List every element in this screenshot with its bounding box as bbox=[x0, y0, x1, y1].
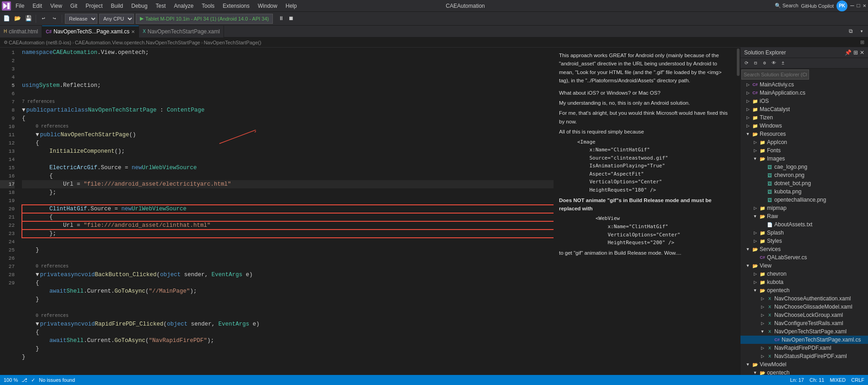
se-close-btn[interactable]: ✕ bbox=[860, 49, 864, 56]
folder-icon: 📁 bbox=[759, 270, 766, 278]
menu-analyze[interactable]: Analyze bbox=[170, 2, 197, 10]
se-tree: ▷ C# MainActiviy.cs ▷ C# MainApplication… bbox=[740, 80, 868, 375]
tree-label: opentech bbox=[767, 287, 789, 294]
redo-btn[interactable]: ↪ bbox=[50, 14, 59, 23]
breadcrumb-method[interactable]: NavOpenTechStartPage() bbox=[204, 40, 261, 45]
annotation-text1: This approach works GREAT for Android on… bbox=[559, 51, 731, 85]
svg-rect-1 bbox=[7, 3, 10, 9]
run-button[interactable]: ▶ Tablet M-DPI 10.1in - API 34 (1) (Andr… bbox=[136, 14, 273, 24]
tree-item-navconfiguretests[interactable]: ▷ X NavConfigureTestRails.xaml bbox=[740, 319, 868, 327]
tree-item-raw[interactable]: ▼ 📂 Raw bbox=[740, 212, 868, 220]
menu-help[interactable]: Help bbox=[282, 2, 301, 10]
tree-item-maccatalyst[interactable]: ▷ 📁 MacCatalyst bbox=[740, 105, 868, 113]
config-dropdown[interactable]: Release bbox=[65, 14, 97, 24]
se-pin-btn[interactable]: 📌 bbox=[845, 49, 852, 56]
platform-dropdown[interactable]: Any CPU bbox=[99, 14, 134, 24]
tree-item-navopentechstart-cs[interactable]: C# NavOpenTechStartPage.xaml.cs bbox=[740, 336, 868, 344]
tree-item-caelogo[interactable]: 🖼 cae_logo.png bbox=[740, 163, 868, 171]
tree-label: iOS bbox=[760, 98, 769, 104]
breadcrumb-namespace[interactable]: CAEAutomation (net8.0-ios) bbox=[9, 40, 71, 45]
tree-item-viewmodel[interactable]: ▼ 📂 ViewModel bbox=[740, 360, 868, 369]
menu-test[interactable]: Test bbox=[152, 2, 170, 10]
close-btn[interactable]: ✕ bbox=[863, 2, 866, 9]
tree-label: cae_logo.png bbox=[774, 164, 807, 170]
xaml-icon: X bbox=[766, 328, 773, 335]
tree-item-navrapidfiredpf[interactable]: ▷ X NavRapidFirePDF.xaml bbox=[740, 344, 868, 352]
stop-btn[interactable]: ⏹ bbox=[287, 14, 296, 23]
folder-open-icon: 📂 bbox=[759, 155, 766, 162]
tree-item-kubota[interactable]: 🖼 kubota.png bbox=[740, 187, 868, 196]
undo-btn[interactable]: ↩ bbox=[39, 14, 48, 23]
tab-dropdown-btn[interactable]: ▾ bbox=[857, 27, 866, 36]
tab-navopentech-xaml[interactable]: X NavOpenTechStartPage.xaml bbox=[139, 26, 224, 37]
tab-navopentechcs[interactable]: C# NavOpenTechS...Page.xaml.cs ✕ bbox=[42, 26, 139, 37]
save-btn[interactable]: 💾 bbox=[24, 14, 33, 23]
tree-item-images[interactable]: ▼ 📂 Images bbox=[740, 155, 868, 163]
menu-debug[interactable]: Debug bbox=[128, 2, 151, 10]
menu-view[interactable]: View bbox=[47, 2, 66, 10]
tree-label: View bbox=[760, 262, 772, 269]
se-expand-btn[interactable]: ⊞ bbox=[853, 49, 858, 56]
tree-item-navstatusrapidfiredpf[interactable]: ▷ X NavStatusRapidFirePDF.xaml bbox=[740, 352, 868, 360]
tree-item-qalabserver[interactable]: C# QALabServer.cs bbox=[740, 253, 868, 262]
tree-item-navopentechstart[interactable]: ▼ X NavOpenTechStartPage.xaml bbox=[740, 327, 868, 336]
tree-item-mipmap[interactable]: ▷ 📁 mipmap bbox=[740, 204, 868, 212]
tree-item-view-opentech[interactable]: ▼ 📂 opentech bbox=[740, 286, 868, 294]
se-collapse-btn[interactable]: ⊟ bbox=[751, 59, 760, 67]
vertical-scrollbar[interactable] bbox=[736, 48, 740, 375]
menu-extensions[interactable]: Extensions bbox=[219, 2, 253, 10]
tree-item-view[interactable]: ▼ 📂 View bbox=[740, 262, 868, 270]
search-box[interactable]: 🔍 Search bbox=[775, 3, 799, 9]
new-project-btn[interactable]: 📄 bbox=[2, 14, 11, 23]
breadcrumb-expand[interactable]: ⊞ bbox=[860, 39, 864, 45]
tree-item-aboutassets[interactable]: 📄 AboutAssets.txt bbox=[740, 220, 868, 229]
user-avatar[interactable]: PK bbox=[836, 0, 847, 11]
maximize-btn[interactable]: □ bbox=[857, 3, 860, 9]
tree-item-dotnetbot[interactable]: 🖼 dotnet_bot.png bbox=[740, 179, 868, 187]
status-line-ending: CRLF bbox=[851, 377, 864, 383]
se-preview-btn[interactable]: 👁 bbox=[770, 59, 778, 67]
tree-item-fonts[interactable]: ▷ 📁 Fonts bbox=[740, 146, 868, 155]
tab-close-icon[interactable]: ✕ bbox=[131, 29, 135, 34]
tree-item-navchooseauth[interactable]: ▷ X NavChooseAuthentication.xaml bbox=[740, 294, 868, 303]
tree-item-tizen[interactable]: ▷ 📁 Tizen bbox=[740, 113, 868, 122]
xaml-icon: X bbox=[766, 320, 773, 327]
tree-item-appicon[interactable]: ▷ 📁 AppIcon bbox=[740, 138, 868, 146]
tree-item-mainactivity[interactable]: ▷ C# MainActiviy.cs bbox=[740, 80, 868, 89]
tab-clinthat[interactable]: H clinthat.html bbox=[0, 26, 42, 37]
tab-panel-btn[interactable]: ⧉ bbox=[846, 27, 855, 36]
tree-item-ios[interactable]: ▷ 📁 iOS bbox=[740, 97, 868, 105]
tree-item-view-kubota[interactable]: ▷ 📁 kubota bbox=[740, 278, 868, 286]
breadcrumb-class[interactable]: CAEAutomation.View.opentech.NavOpenTechS… bbox=[75, 40, 200, 45]
tree-item-services[interactable]: ▼ 📂 Services bbox=[740, 245, 868, 253]
debug-btn[interactable]: ⏸ bbox=[277, 14, 286, 23]
menu-project[interactable]: Project bbox=[82, 2, 106, 10]
tree-item-chevron[interactable]: 🖼 chevron.png bbox=[740, 171, 868, 179]
open-btn[interactable]: 📂 bbox=[13, 14, 22, 23]
tree-item-vm-opentech[interactable]: ▼ 📂 opentech bbox=[740, 369, 868, 375]
tree-item-mainapplication[interactable]: ▷ C# MainApplication.cs bbox=[740, 89, 868, 97]
tree-item-splash[interactable]: ▷ 📁 Splash bbox=[740, 229, 868, 237]
tree-item-navchooseglissade[interactable]: ▷ X NavChooseGlissadeModel.xaml bbox=[740, 303, 868, 311]
tree-item-view-chevron[interactable]: ▷ 📁 chevron bbox=[740, 270, 868, 278]
tree-item-windows[interactable]: ▷ 📁 Windows bbox=[740, 122, 868, 130]
menu-git[interactable]: Git bbox=[67, 2, 81, 10]
menu-file[interactable]: File bbox=[12, 2, 28, 10]
se-filter-btn[interactable]: ⚙ bbox=[761, 59, 769, 67]
menu-tools[interactable]: Tools bbox=[198, 2, 218, 10]
tree-item-resources[interactable]: ▼ 📂 Resources bbox=[740, 130, 868, 138]
tree-label: chevron bbox=[767, 271, 787, 277]
tree-item-styles[interactable]: ▷ 📁 Styles bbox=[740, 237, 868, 245]
se-git-btn[interactable]: ± bbox=[779, 59, 787, 67]
tree-item-navchooselock[interactable]: ▷ X NavChooseLockGroup.xaml bbox=[740, 311, 868, 319]
se-search-input[interactable] bbox=[741, 70, 809, 80]
menu-window[interactable]: Window bbox=[254, 2, 281, 10]
code-editor[interactable]: This approach works GREAT for Android on… bbox=[18, 48, 736, 375]
minimize-btn[interactable]: ─ bbox=[850, 2, 854, 10]
scrollbar-thumb[interactable] bbox=[737, 48, 740, 76]
menu-edit[interactable]: Edit bbox=[29, 2, 46, 10]
tree-item-opentech[interactable]: 🖼 opentechalliance.png bbox=[740, 196, 868, 204]
se-sync-btn[interactable]: ⟳ bbox=[742, 59, 751, 67]
menu-build[interactable]: Build bbox=[107, 2, 127, 10]
tree-label: Styles bbox=[767, 238, 782, 244]
